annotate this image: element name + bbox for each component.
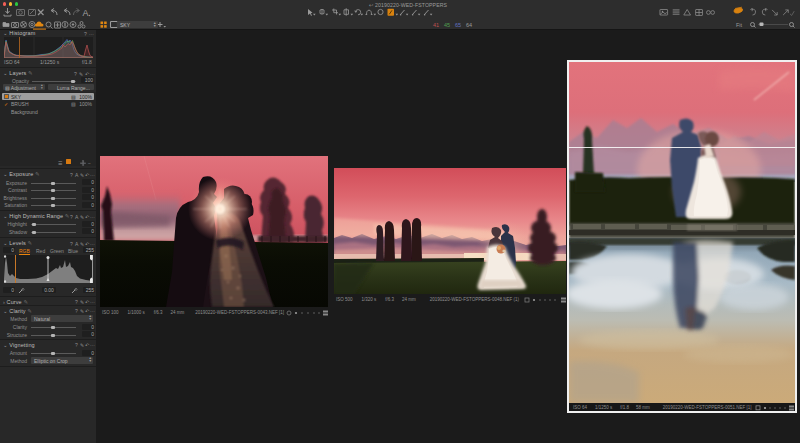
svg-text:A: A xyxy=(83,8,89,18)
